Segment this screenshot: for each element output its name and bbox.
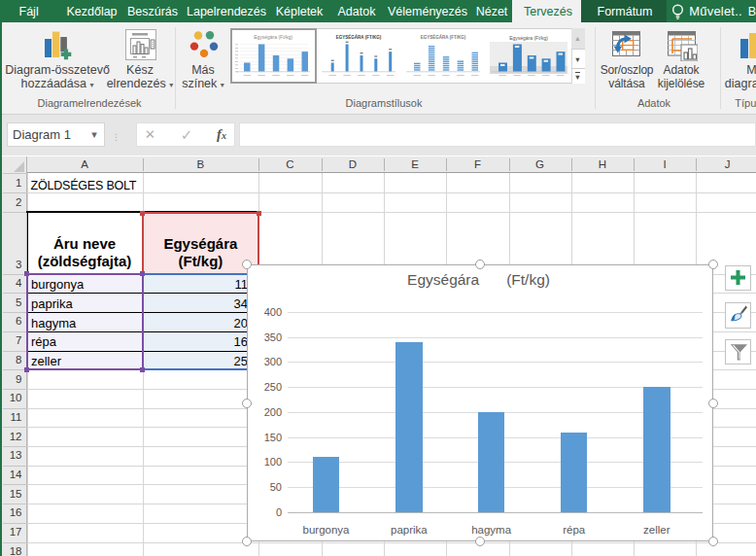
svg-text:EGYSÉGÁRA (FT/KG): EGYSÉGÁRA (FT/KG) xyxy=(336,33,382,40)
svg-text:Egységára (Ft/kg): Egységára (Ft/kg) xyxy=(509,35,548,41)
svg-text:EGYSÉGÁRA (FT/KG): EGYSÉGÁRA (FT/KG) xyxy=(421,33,466,40)
